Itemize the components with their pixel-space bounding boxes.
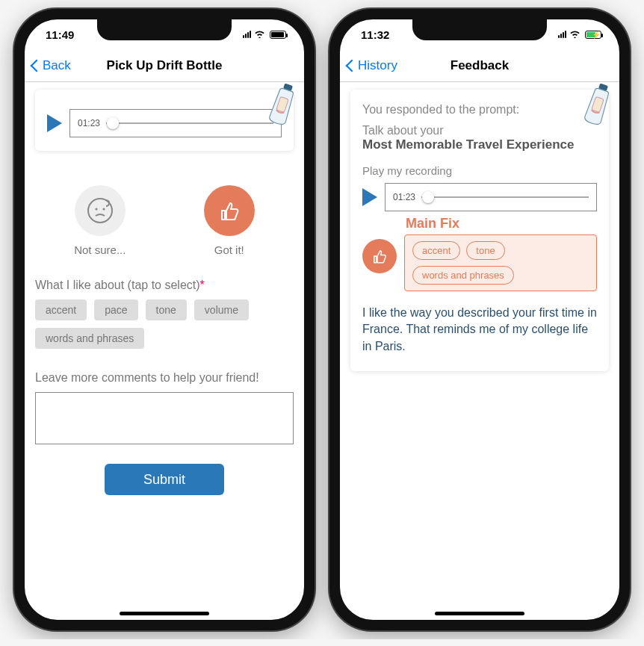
audio-player: 01:23 xyxy=(362,183,597,211)
page-title: Feedback xyxy=(451,58,509,73)
chip-volume[interactable]: volume xyxy=(194,299,249,320)
slider-thumb[interactable] xyxy=(422,191,434,203)
back-button[interactable]: Back xyxy=(32,58,71,73)
reaction-row: Not sure... Got it! xyxy=(35,185,294,256)
back-label: History xyxy=(358,58,397,73)
status-icons: ⚡ xyxy=(558,29,601,40)
bottle-icon xyxy=(578,82,619,130)
audio-player: 01:23 xyxy=(47,109,282,137)
feedback-text: I like the way you described your first … xyxy=(362,305,597,355)
slider-thumb[interactable] xyxy=(107,117,119,129)
chevron-left-icon xyxy=(31,59,43,72)
audio-slider[interactable] xyxy=(106,122,273,124)
signal-icon xyxy=(243,31,251,38)
audio-card: 01:23 xyxy=(35,90,294,151)
comment-input[interactable] xyxy=(35,392,294,444)
play-label: Play my recording xyxy=(362,164,597,177)
phone-right: 11:32 ⚡ History Feedback xyxy=(329,9,630,630)
nav-bar: History Feedback xyxy=(340,49,619,82)
screen-right: 11:32 ⚡ History Feedback xyxy=(340,19,619,620)
main-fix-row: accent tone words and phrases xyxy=(362,235,597,291)
status-icons xyxy=(243,29,286,40)
thumbs-up-icon xyxy=(204,185,255,236)
audio-track[interactable]: 01:23 xyxy=(69,109,282,137)
submit-label: Submit xyxy=(143,472,185,488)
timecode: 01:23 xyxy=(78,118,100,128)
confused-face-icon xyxy=(75,185,126,236)
notch xyxy=(412,19,547,40)
battery-charging-icon: ⚡ xyxy=(585,31,601,39)
fix-chip-accent[interactable]: accent xyxy=(412,241,460,260)
play-button[interactable] xyxy=(362,188,377,206)
nav-bar: Back Pick Up Drift Bottle xyxy=(25,49,304,82)
page-title: Pick Up Drift Bottle xyxy=(107,58,223,73)
back-button[interactable]: History xyxy=(347,58,397,73)
svg-point-3 xyxy=(95,208,97,210)
status-time: 11:49 xyxy=(46,28,74,41)
wifi-icon xyxy=(254,29,265,40)
back-label: Back xyxy=(43,58,71,73)
intro-text: You responded to the prompt: xyxy=(362,103,597,117)
chip-accent[interactable]: accent xyxy=(35,299,87,320)
notch xyxy=(97,19,232,40)
chip-tone[interactable]: tone xyxy=(146,299,187,320)
main-fix-label: Main Fix xyxy=(406,216,597,232)
home-indicator[interactable] xyxy=(435,612,524,615)
topic-prefix: Talk about your xyxy=(362,124,597,137)
phone-left: 11:49 Back Pick Up Drift Bottle xyxy=(14,9,315,630)
signal-icon xyxy=(558,31,566,38)
like-label-text: What I like about (tap to select) xyxy=(35,279,200,291)
main-fix-box: accent tone words and phrases xyxy=(404,235,597,291)
battery-icon xyxy=(270,31,286,39)
not-sure-button[interactable]: Not sure... xyxy=(74,185,126,256)
status-time: 11:32 xyxy=(361,28,389,41)
screen-left: 11:49 Back Pick Up Drift Bottle xyxy=(25,19,304,620)
chip-words[interactable]: words and phrases xyxy=(35,328,144,349)
got-it-label: Got it! xyxy=(204,243,255,256)
comment-label: Leave more comments to help your friend! xyxy=(35,371,294,385)
feedback-card: You responded to the prompt: Talk about … xyxy=(350,90,609,371)
like-chips: accent pace tone volume words and phrase… xyxy=(35,299,294,349)
audio-slider[interactable] xyxy=(421,196,589,198)
got-it-button[interactable]: Got it! xyxy=(204,185,255,256)
play-button[interactable] xyxy=(47,114,62,132)
submit-button[interactable]: Submit xyxy=(105,464,224,495)
timecode: 01:23 xyxy=(393,192,415,202)
chip-pace[interactable]: pace xyxy=(94,299,137,320)
content-right: You responded to the prompt: Talk about … xyxy=(340,82,619,620)
thumbs-up-icon xyxy=(362,239,397,273)
required-asterisk: * xyxy=(200,279,205,291)
audio-track[interactable]: 01:23 xyxy=(385,183,597,211)
chevron-left-icon xyxy=(346,59,359,72)
wifi-icon xyxy=(569,29,580,40)
fix-chip-tone[interactable]: tone xyxy=(466,241,504,260)
like-section-label: What I like about (tap to select)* xyxy=(35,279,294,292)
svg-point-4 xyxy=(102,208,105,210)
topic-title: Most Memorable Travel Experience xyxy=(362,137,597,152)
content-left: 01:23 xyxy=(25,82,304,620)
home-indicator[interactable] xyxy=(120,612,209,615)
not-sure-label: Not sure... xyxy=(74,243,126,256)
fix-chip-words[interactable]: words and phrases xyxy=(412,266,514,285)
